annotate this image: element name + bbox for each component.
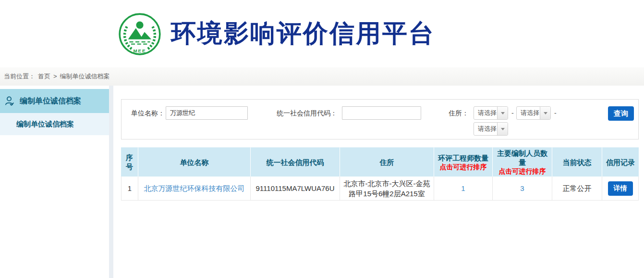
col-header-status: 当前状态 <box>552 147 602 177</box>
breadcrumb-current: 编制单位诚信档案 <box>60 73 110 80</box>
staff-sort-hint: 点击可进行排序 <box>495 167 550 176</box>
sidebar-divider <box>109 86 113 278</box>
mee-logo-icon: MEE <box>118 13 161 56</box>
chevron-down-icon <box>501 128 505 130</box>
unit-name-label: 单位名称： <box>131 106 165 120</box>
col-header-address: 住所 <box>340 147 434 177</box>
unit-name-link[interactable]: 北京万源世纪环保科技有限公司 <box>144 184 245 192</box>
unit-name-input[interactable] <box>166 106 248 120</box>
district-select-arrow[interactable] <box>497 123 508 135</box>
address-dash-1: - <box>511 106 514 120</box>
query-button[interactable]: 查询 <box>608 106 634 121</box>
sidebar: 编制单位诚信档案 编制单位诚信档案 <box>0 86 109 278</box>
page-title: 环境影响评价信用平台 <box>171 17 435 51</box>
site-header: MEE 环境影响评价信用平台 <box>0 0 644 67</box>
sidebar-subitem-credit-archive[interactable]: 编制单位诚信档案 <box>0 113 109 135</box>
col-header-credit-code: 统一社会信用代码 <box>251 147 340 177</box>
cell-unit-name: 北京万源世纪环保科技有限公司 <box>138 177 251 201</box>
city-select-arrow[interactable] <box>540 107 550 119</box>
main-content: 单位名称： 统一社会信用代码： 住所： 请选择 - 请选择 - 请选择 查询 <box>113 86 644 278</box>
province-select-value: 请选择 <box>474 107 497 119</box>
province-select[interactable]: 请选择 <box>474 106 508 120</box>
col-header-engineer-count-sort[interactable]: 环评工程师数量 点击可进行排序 <box>434 147 493 177</box>
cell-index: 1 <box>121 177 138 201</box>
user-check-icon <box>4 95 15 107</box>
svg-text:MEE: MEE <box>134 48 146 53</box>
staff-count-link[interactable]: 3 <box>520 184 524 192</box>
city-select-value: 请选择 <box>517 107 540 119</box>
chevron-down-icon <box>501 112 505 114</box>
breadcrumb: 当前位置：首页>编制单位诚信档案 <box>0 67 644 86</box>
engineer-count-title: 环评工程师数量 <box>438 154 488 162</box>
col-header-staff-count-sort[interactable]: 主要编制人员数量 点击可进行排序 <box>493 147 552 177</box>
col-header-unit-name: 单位名称 <box>138 147 251 177</box>
breadcrumb-home-link[interactable]: 首页 <box>38 73 50 80</box>
sidebar-item-credit-archive[interactable]: 编制单位诚信档案 <box>0 89 109 113</box>
district-select[interactable]: 请选择 <box>474 122 508 136</box>
engineer-sort-hint: 点击可进行排序 <box>436 163 490 171</box>
city-select[interactable]: 请选择 <box>516 106 551 120</box>
sidebar-subitem-label: 编制单位诚信档案 <box>16 120 74 129</box>
cell-address: 北京市-北京市-大兴区-金苑路甲15号6幢2层A215室 <box>340 177 434 201</box>
address-dash-2: - <box>554 106 557 120</box>
address-label: 住所： <box>449 106 469 120</box>
staff-count-title: 主要编制人员数量 <box>497 149 547 166</box>
cell-status: 正常公开 <box>552 177 602 201</box>
cell-credit-record: 详情 <box>602 177 639 201</box>
district-select-value: 请选择 <box>474 123 497 135</box>
cell-credit-code: 91110115MA7LWUA76U <box>251 177 340 201</box>
sidebar-item-label: 编制单位诚信档案 <box>20 96 81 106</box>
province-select-arrow[interactable] <box>497 107 508 119</box>
credit-code-input[interactable] <box>342 106 421 120</box>
cell-engineer-count: 1 <box>434 177 493 201</box>
breadcrumb-separator: > <box>53 73 57 80</box>
table-row: 1 北京万源世纪环保科技有限公司 91110115MA7LWUA76U 北京市-… <box>121 177 639 201</box>
chevron-down-icon <box>544 112 547 114</box>
breadcrumb-prefix: 当前位置： <box>4 73 35 80</box>
cell-staff-count: 3 <box>493 177 552 201</box>
col-header-credit-record: 信用记录 <box>602 147 639 177</box>
search-panel: 单位名称： 统一社会信用代码： 住所： 请选择 - 请选择 - 请选择 查询 <box>121 99 639 139</box>
credit-code-label: 统一社会信用代码： <box>277 106 337 120</box>
table-header-row: 序号 单位名称 统一社会信用代码 住所 环评工程师数量 点击可进行排序 主要编制… <box>121 147 639 177</box>
engineer-count-link[interactable]: 1 <box>461 184 465 192</box>
col-header-index: 序号 <box>121 147 138 177</box>
result-table: 序号 单位名称 统一社会信用代码 住所 环评工程师数量 点击可进行排序 主要编制… <box>121 147 639 201</box>
detail-button[interactable]: 详情 <box>608 181 633 196</box>
